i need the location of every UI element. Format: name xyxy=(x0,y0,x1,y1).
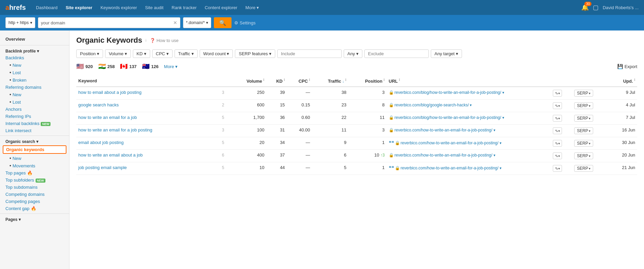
serp-button[interactable]: SERP ▾ xyxy=(574,90,593,97)
keyword-link[interactable]: email about job posting xyxy=(78,140,124,145)
th-position[interactable]: Position i xyxy=(348,75,387,87)
include-input[interactable] xyxy=(277,49,342,58)
th-url[interactable]: URL i xyxy=(387,75,551,87)
notifications[interactable]: 🔔 30 xyxy=(581,4,589,11)
url-dropdown-icon[interactable]: ▾ xyxy=(501,116,504,120)
url-link[interactable]: reverbico.com/blog/how-to-write-an-email… xyxy=(395,115,501,120)
domain-input[interactable] xyxy=(41,20,173,25)
more-flags-button[interactable]: More ▾ xyxy=(164,64,178,69)
sidebar-backlinks-lost[interactable]: Lost xyxy=(0,69,69,76)
flag-au[interactable]: 🇦🇺 126 xyxy=(142,63,159,70)
keyword-link[interactable]: google search hacks xyxy=(78,102,119,107)
sidebar-movements[interactable]: Movements xyxy=(0,162,69,169)
kd-filter[interactable]: KD ▾ xyxy=(133,49,150,58)
trend-button[interactable]: ∿ ▾ xyxy=(553,102,562,109)
traffic-filter[interactable]: Traffic ▾ xyxy=(175,49,198,58)
any-select[interactable]: Any ▾ xyxy=(344,49,362,58)
serp-button[interactable]: SERP ▾ xyxy=(574,127,593,134)
any-target-filter[interactable]: Any target ▾ xyxy=(431,49,462,58)
serp-button[interactable]: SERP ▾ xyxy=(574,165,593,172)
serp-button[interactable]: SERP ▾ xyxy=(574,140,593,147)
trend-button[interactable]: ∿ ▾ xyxy=(553,127,562,134)
position-filter[interactable]: Position ▾ xyxy=(76,49,103,58)
sidebar-organic-keywords[interactable]: Organic keywords xyxy=(3,145,66,154)
url-dropdown-icon[interactable]: ▾ xyxy=(501,90,504,95)
nav-keywords-explorer[interactable]: Keywords explorer xyxy=(97,4,140,12)
sidebar-top-subfolders[interactable]: Top subfoldersNEW xyxy=(0,177,69,184)
trend-button[interactable]: ∿ ▾ xyxy=(553,140,562,147)
user-name[interactable]: David Roberts's ... xyxy=(603,5,639,10)
nav-more[interactable]: More ▾ xyxy=(242,4,262,12)
url-link[interactable]: reverbico.com/how-to-write-an-email-for-… xyxy=(395,128,492,132)
flag-us[interactable]: 🇺🇸 920 xyxy=(76,63,93,70)
url-dropdown-icon[interactable]: ▾ xyxy=(499,166,502,170)
protocol-select[interactable]: http + https ▾ xyxy=(5,17,35,28)
sidebar-link-intersect[interactable]: Link intersect xyxy=(0,127,69,134)
trend-button[interactable]: ∿ ▾ xyxy=(553,90,562,97)
nav-content-explorer[interactable]: Content explorer xyxy=(201,4,241,12)
clear-icon[interactable]: ✕ xyxy=(173,20,177,25)
th-volume[interactable]: Volume i xyxy=(231,75,266,87)
url-dropdown-icon[interactable]: ▾ xyxy=(499,141,502,145)
sidebar-competing-pages[interactable]: Competing pages xyxy=(0,198,69,205)
nav-site-audit[interactable]: Site audit xyxy=(142,4,167,12)
sidebar-backlink-profile[interactable]: Backlink profile ▾ xyxy=(0,47,69,54)
th-traffic[interactable]: Traffic ↓ i xyxy=(312,75,348,87)
scope-select[interactable]: *.domain/* ▾ xyxy=(183,17,211,28)
nav-dashboard[interactable]: Dashboard xyxy=(33,4,61,12)
trend-button[interactable]: ∿ ▾ xyxy=(553,152,562,159)
sidebar-organic-search[interactable]: Organic search ▾ xyxy=(0,137,69,145)
volume-filter[interactable]: Volume ▾ xyxy=(105,49,131,58)
keyword-link[interactable]: how to write an email about a job xyxy=(78,152,143,158)
sidebar-internal-backlinks[interactable]: Internal backlinksNEW xyxy=(0,120,69,127)
keyword-link[interactable]: how to write an email for a job posting xyxy=(78,127,152,132)
export-button[interactable]: 💾 Export xyxy=(617,64,637,69)
sidebar-referring-domains-lost[interactable]: Lost xyxy=(0,98,69,106)
keyword-link[interactable]: how to write an email for a job xyxy=(78,115,137,120)
sidebar-top-pages[interactable]: Top pages🔥 xyxy=(0,169,69,177)
nav-rank-tracker[interactable]: Rank tracker xyxy=(168,4,200,12)
serp-button[interactable]: SERP ▾ xyxy=(574,152,593,159)
sidebar-organic-keywords-new[interactable]: New xyxy=(0,154,69,162)
cpc-filter[interactable]: CPC ▾ xyxy=(152,49,173,58)
url-link[interactable]: reverbico.com/how-to-write-an-email-for-… xyxy=(401,141,499,145)
search-button[interactable]: 🔍 xyxy=(214,17,232,28)
trend-button[interactable]: ∿ ▾ xyxy=(553,115,562,122)
serp-features-filter[interactable]: SERP features ▾ xyxy=(235,49,275,58)
th-kd[interactable]: KD i xyxy=(266,75,287,87)
th-cpc[interactable]: CPC i xyxy=(287,75,312,87)
logo[interactable]: ahrefs xyxy=(5,4,26,12)
exclude-input[interactable] xyxy=(364,49,429,58)
url-dropdown-icon[interactable]: ▾ xyxy=(492,128,496,132)
url-dropdown-icon[interactable]: ▾ xyxy=(492,153,496,157)
word-count-filter[interactable]: Word count ▾ xyxy=(200,49,233,58)
sidebar-top-subdomains[interactable]: Top subdomains xyxy=(0,184,69,191)
how-to-use[interactable]: ❓ How to use xyxy=(150,38,179,43)
sidebar-anchors[interactable]: Anchors xyxy=(0,106,69,113)
sidebar-competing-domains[interactable]: Competing domains xyxy=(0,191,69,198)
url-link[interactable]: reverbico.com/blog/google-search-hacks/ xyxy=(395,103,469,107)
sidebar-referring-domains-new[interactable]: New xyxy=(0,91,69,98)
sidebar-content-gap[interactable]: Content gap🔥 xyxy=(0,205,69,212)
serp-button[interactable]: SERP ▾ xyxy=(574,115,593,122)
flag-in[interactable]: 🇮🇳 258 xyxy=(98,63,115,70)
flag-ca[interactable]: 🇨🇦 137 xyxy=(120,63,137,70)
th-upd[interactable]: Upd. i xyxy=(609,75,638,87)
sidebar-backlinks-broken[interactable]: Broken xyxy=(0,76,69,84)
keyword-link[interactable]: job posting email sample xyxy=(78,165,127,170)
keyword-link[interactable]: how to email about a job posting xyxy=(78,90,141,95)
sidebar-referring-ips[interactable]: Referring IPs xyxy=(0,113,69,120)
sidebar-overview[interactable]: Overview xyxy=(0,35,69,44)
nav-site-explorer[interactable]: Site explorer xyxy=(62,4,96,12)
url-link[interactable]: reverbico.com/how-to-write-an-email-for-… xyxy=(395,153,492,158)
url-link[interactable]: reverbico.com/how-to-write-an-email-for-… xyxy=(401,166,499,170)
url-link[interactable]: reverbico.com/blog/how-to-write-an-email… xyxy=(395,90,501,95)
url-dropdown-icon[interactable]: ▾ xyxy=(469,103,472,107)
serp-button[interactable]: SERP ▾ xyxy=(574,102,593,109)
trend-button[interactable]: ∿ ▾ xyxy=(553,165,562,172)
sidebar-backlinks-new[interactable]: New xyxy=(0,61,69,69)
sidebar-referring-domains[interactable]: Referring domains xyxy=(0,84,69,91)
sidebar-pages[interactable]: Pages ▾ xyxy=(0,215,69,223)
settings-button[interactable]: ⚙ Settings xyxy=(234,20,256,25)
sidebar-backlinks[interactable]: Backlinks xyxy=(0,54,69,61)
